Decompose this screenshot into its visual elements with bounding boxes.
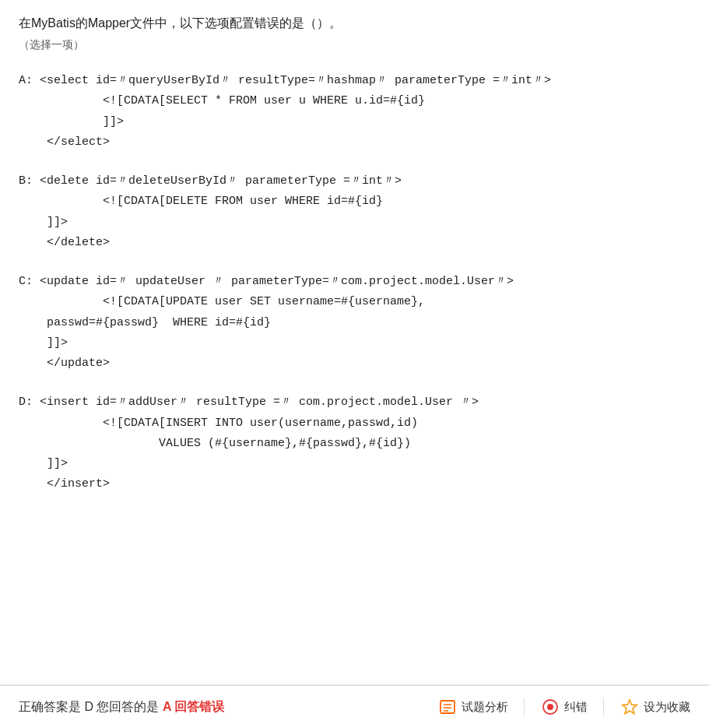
analysis-button[interactable]: 试题分析 xyxy=(437,697,508,717)
footer-bar: 正确答案是 D 您回答的是 A 回答错误 试题分析 xyxy=(0,684,709,728)
option-b: B: <delete id=〃deleteUserById〃 parameter… xyxy=(19,171,690,253)
option-a-label: A: xyxy=(19,74,33,87)
option-a-line3: ]]> xyxy=(19,112,690,132)
option-d: D: <insert id=〃addUser〃 resultType =〃 co… xyxy=(19,392,690,494)
option-d-label: D: xyxy=(19,396,33,409)
main-content: 在MyBatis的Mapper文件中，以下选项配置错误的是（）。 （选择一项） … xyxy=(0,0,709,684)
option-d-line3: VALUES (#{username},#{passwd},#{id}) xyxy=(19,434,690,454)
option-c-line3: passwd=#{passwd} WHERE id=#{id} xyxy=(19,313,690,333)
option-b-line4: </delete> xyxy=(19,233,690,253)
collect-label: 设为收藏 xyxy=(644,700,690,715)
answer-a: A xyxy=(163,700,171,713)
option-a-line4: </select> xyxy=(19,132,690,153)
option-d-line2: <![CDATA[INSERT INTO user(username,passw… xyxy=(19,413,690,434)
option-b-line2: <![CDATA[DELETE FROM user WHERE id=#{id} xyxy=(19,192,690,212)
correct-label: 纠错 xyxy=(564,700,588,715)
correct-button[interactable]: 纠错 xyxy=(540,697,588,717)
question-sub: （选择一项） xyxy=(19,38,690,52)
option-c-line4: ]]> xyxy=(19,333,690,353)
option-c-line5: </update> xyxy=(19,353,690,374)
svg-marker-6 xyxy=(623,700,637,714)
option-a-line2: <![CDATA[SELECT * FROM user u WHERE u.id… xyxy=(19,91,690,111)
collect-icon xyxy=(619,697,640,717)
option-c-line2: <![CDATA[UPDATE user SET username=#{user… xyxy=(19,292,690,312)
option-d-line4: ]]> xyxy=(19,454,690,474)
analysis-label: 试题分析 xyxy=(462,700,508,715)
option-d-line1: D: <insert id=〃addUser〃 resultType =〃 co… xyxy=(19,392,690,413)
option-b-line1: B: <delete id=〃deleteUserById〃 parameter… xyxy=(19,171,690,192)
collect-button[interactable]: 设为收藏 xyxy=(619,697,690,717)
question-text: 在MyBatis的Mapper文件中，以下选项配置错误的是（）。 xyxy=(19,16,690,32)
option-c-line1: C: <update id=〃 updateUser 〃 parameterTy… xyxy=(19,272,690,292)
option-a: A: <select id=〃queryUserById〃 resultType… xyxy=(19,71,690,153)
correct-prefix: 正确答案是 D 您回答的是 xyxy=(19,700,163,713)
option-d-line5: </insert> xyxy=(19,474,690,494)
correct-icon xyxy=(540,697,560,717)
footer-actions: 试题分析 纠错 设为收藏 xyxy=(437,697,690,717)
option-c-label: C: xyxy=(19,275,33,288)
footer-result: 正确答案是 D 您回答的是 A 回答错误 xyxy=(19,699,224,716)
option-b-line3: ]]> xyxy=(19,213,690,233)
wrong-label: 回答错误 xyxy=(171,700,224,713)
option-b-label: B: xyxy=(19,174,33,188)
analysis-icon xyxy=(437,697,458,717)
divider-1 xyxy=(524,698,525,716)
svg-point-5 xyxy=(547,704,553,710)
option-a-line1: A: <select id=〃queryUserById〃 resultType… xyxy=(19,71,690,91)
divider-2 xyxy=(603,698,604,716)
option-c: C: <update id=〃 updateUser 〃 parameterTy… xyxy=(19,272,690,374)
